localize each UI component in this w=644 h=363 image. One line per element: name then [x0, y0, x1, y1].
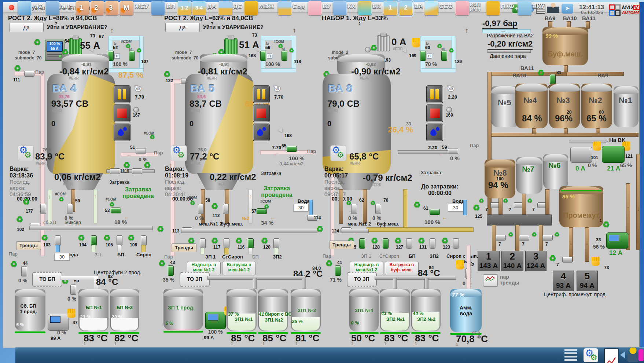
ba5-valve-57[interactable]	[257, 208, 267, 214]
ba5-valve-120[interactable]	[273, 238, 279, 249]
ba8-stop-button[interactable]	[426, 104, 443, 122]
ba5-vygruzka-button[interactable]: Выгрузка в меш.№1 2	[222, 261, 256, 275]
ba5-yes-button[interactable]: Да	[165, 23, 200, 32]
taskbar-tile-vk-icon[interactable]	[358, 1, 372, 15]
ba4-seed-valve1[interactable]	[110, 168, 120, 174]
ba5-valve-43[interactable]	[168, 265, 174, 276]
ba5-trends-button[interactable]: Тренды	[172, 243, 196, 252]
taskbar-tile-12-icon[interactable]: 1-2	[177, 1, 191, 15]
ba4-water-button[interactable]	[114, 124, 130, 141]
right-valve-7d[interactable]	[496, 235, 506, 241]
ba5-water-setpoint[interactable]: 30	[293, 204, 309, 212]
ba4-steam-valve[interactable]	[136, 148, 146, 154]
ba8-steam-valve[interactable]	[448, 148, 458, 154]
ba4-trends-button[interactable]: Тренды	[16, 241, 41, 250]
ba5-heat-exchanger[interactable]: ТО ЗП	[180, 272, 210, 287]
taskbar-tile-iop-icon[interactable]	[455, 1, 469, 15]
centrifuge-1[interactable]: 1143 А	[478, 251, 500, 271]
taskbar-chart-button[interactable]	[604, 348, 619, 363]
ba4-pump[interactable]	[48, 314, 69, 331]
ba4-left-valve[interactable]	[24, 71, 34, 77]
taskbar-menu-icon[interactable]	[564, 349, 577, 362]
ba8-heat-exchanger[interactable]: ТО ЗП	[347, 272, 377, 287]
taskbar-speaker-icon[interactable]	[620, 351, 625, 359]
ba8-valve-128[interactable]	[383, 238, 389, 249]
ba8-trends-button[interactable]: Тренды	[329, 241, 354, 249]
ba5-stop-button[interactable]	[253, 104, 270, 122]
taskbar-tile-sod-icon[interactable]	[278, 1, 292, 15]
ba5-steam-valve[interactable]	[287, 146, 297, 152]
ba5-valve-116[interactable]	[248, 238, 254, 249]
ba8-vygruzka-button[interactable]: Выгрузка в буф. меш.	[385, 261, 419, 275]
ba8-ejector-valve-b[interactable]	[420, 51, 426, 61]
centrifuge-5[interactable]: 594 А	[577, 271, 598, 291]
ba8-ejector-valve-m[interactable]	[441, 51, 447, 61]
ba5-valve-58[interactable]	[198, 204, 204, 214]
ba8-valve-127[interactable]	[406, 238, 412, 249]
ba4-valve-44[interactable]	[21, 266, 27, 276]
ba4-yes-button[interactable]: Да	[9, 23, 44, 32]
centrifuge-4[interactable]: 493 А	[553, 271, 574, 291]
taskbar-tile-34-icon[interactable]: 3-4	[192, 1, 206, 15]
ba5-valve-117[interactable]	[224, 238, 229, 249]
ba5-water-button[interactable]	[253, 124, 270, 141]
ba4-valve-106[interactable]	[141, 235, 147, 246]
ba4-valve-104[interactable]	[91, 235, 97, 246]
right-valve-7e[interactable]	[519, 235, 529, 241]
ba4-valve-103[interactable]	[55, 235, 61, 246]
ba4-valve-53[interactable]	[111, 208, 121, 213]
centrifuge-3[interactable]: 3124 А	[525, 251, 547, 271]
right-valve-7f[interactable]	[542, 235, 553, 241]
ba8-water-setpoint[interactable]: 30	[448, 204, 463, 212]
ba4-valve-50[interactable]	[67, 204, 73, 214]
ba5-ejector-valve-b[interactable]	[260, 51, 266, 61]
ba4-ejector-valve-m[interactable]	[129, 51, 135, 61]
taskbar-tile-pkf-icon[interactable]	[486, 1, 500, 15]
ba8-valve-61[interactable]	[430, 209, 440, 215]
ba8-valve-62[interactable]	[351, 204, 357, 214]
operator-icon[interactable]	[547, 3, 559, 13]
ba4-heat-exchanger[interactable]: ТО БП	[32, 272, 62, 287]
right-pump-121[interactable]	[602, 146, 625, 163]
ba4-water-setpoint[interactable]: 30	[54, 253, 70, 261]
taskbar-tile-mvzh-icon[interactable]	[244, 1, 258, 15]
ba4-pause-button[interactable]	[114, 85, 130, 103]
steam-trends-button[interactable]	[483, 274, 498, 287]
valve-81[interactable]	[550, 74, 556, 84]
ba5-valve-112[interactable]	[223, 204, 229, 214]
taskbar-tile-ds-icon[interactable]	[218, 1, 232, 15]
taskbar-tile-m-icon[interactable]: М	[119, 1, 133, 15]
taskbar-touch-icon[interactable]	[639, 349, 644, 361]
ba8-water-button[interactable]	[426, 124, 443, 141]
ba8-valve-41[interactable]	[335, 265, 341, 276]
ba5-valve-115[interactable]	[200, 238, 206, 249]
taskbar-tile-va2-icon[interactable]: 2	[399, 1, 413, 15]
taskbar-tile-vp-icon[interactable]	[151, 1, 165, 15]
ba4-valve-50b[interactable]	[70, 285, 76, 295]
ba5-ejector-valve-m[interactable]	[281, 51, 287, 61]
taskbar-tile-mo-icon[interactable]	[18, 1, 32, 15]
right-valve-7g[interactable]	[562, 257, 573, 263]
ba8-valve-123[interactable]	[453, 238, 459, 249]
ba8-valve-76[interactable]	[375, 204, 381, 214]
ba8-motor[interactable]	[377, 35, 390, 51]
ba8-pause-button[interactable]	[426, 85, 443, 103]
ba4-valve-177[interactable]	[40, 204, 46, 214]
taskbar-tile-va1-icon[interactable]: 1	[383, 1, 397, 15]
prom-pump[interactable]	[606, 232, 628, 249]
ba4-seed-valve2[interactable]	[132, 168, 142, 174]
ba8-valve-125[interactable]	[359, 238, 365, 249]
taskbar-tile-vku-icon[interactable]	[518, 1, 531, 15]
taskbar-tile-2-icon[interactable]: 2	[90, 1, 104, 15]
taskbar-tile-vu-icon[interactable]	[308, 1, 322, 15]
ba5-pause-button[interactable]	[253, 85, 270, 103]
centrifuge-2[interactable]: 2140 А	[501, 251, 523, 271]
ba8-valve-131[interactable]	[430, 238, 435, 249]
ba4-stop-button[interactable]	[114, 104, 130, 122]
ba5-motor[interactable]	[224, 38, 238, 54]
taskbar-tile-3-icon[interactable]: 3	[105, 1, 119, 15]
messenger-icon[interactable]: ➤	[562, 4, 573, 14]
ba5-pump[interactable]	[205, 312, 226, 329]
right-pump-101[interactable]	[570, 147, 592, 163]
taskbar-tile-mls-icon[interactable]	[45, 1, 59, 15]
